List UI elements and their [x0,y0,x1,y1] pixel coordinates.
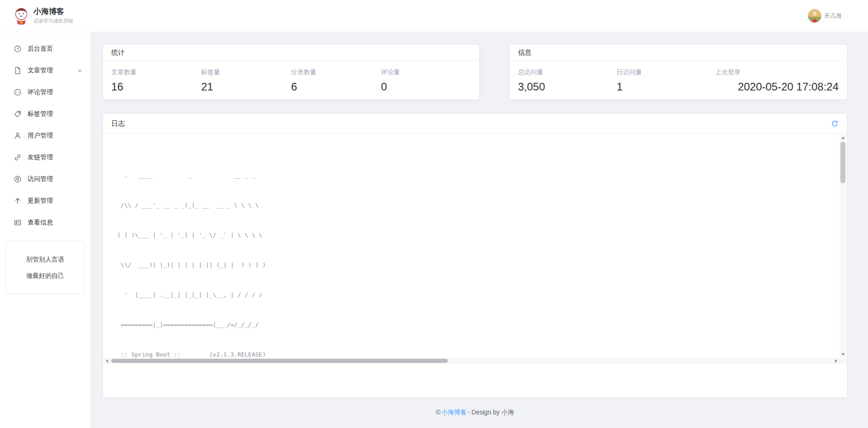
vertical-scrollbar[interactable] [840,134,846,358]
copyright-symbol: © [436,409,440,416]
sidebar-item-label: 评论管理 [28,88,82,96]
id-card-icon [14,219,22,227]
sidebar-item-label: 后台首页 [28,45,82,53]
site-brand[interactable]: 小海博客 记录学习成长历程 [14,7,73,25]
sidebar-item-label: 标签管理 [28,110,82,118]
stat-label: 分类数量 [291,68,381,76]
vertical-scrollbar-thumb[interactable] [840,142,845,183]
sidebar-item-users[interactable]: 用户管理 [0,125,90,147]
info-last-login: 上次登录 2020-05-20 17:08:24 [715,68,839,93]
info-card-title: 信息 [518,48,531,57]
sidebar-item-visits[interactable]: 访问管理 [0,168,90,190]
site-logo [14,7,29,25]
stat-tags: 标签量 21 [201,68,291,93]
stat-value: 16 [111,81,201,93]
site-subtitle: 记录学习成长历程 [33,18,73,24]
stats-card-title: 统计 [111,48,125,57]
scroll-right-arrow[interactable] [833,358,840,364]
info-daily-visits: 日访问量 1 [617,68,715,93]
sidebar-item-view-info[interactable]: 查看信息 [0,212,90,233]
sidebar-item-comments[interactable]: 评论管理 [0,81,90,103]
arrow-up-icon [14,197,22,205]
page-footer: ©小海博客- Design by 小海 [103,409,847,417]
log-card-title: 日志 [111,119,125,128]
sidebar-item-label: 文章管理 [28,67,77,75]
log-banner-line: /\\ / ___'_ __ _ _(_)_ __ __ _ \ \ \ \ [117,200,827,210]
stat-label: 标签量 [201,68,291,76]
user-icon [14,132,22,140]
stat-value: 1 [617,81,715,93]
stat-articles: 文章数量 16 [111,68,201,93]
scrollbar-corner [840,358,846,364]
log-banner-line: \\/ ___)| |_)| | | | | || (_| | ) ) ) ) [117,260,827,270]
horizontal-scrollbar[interactable] [104,358,840,364]
stat-label: 总访问量 [518,68,617,76]
site-title: 小海博客 [33,7,73,16]
dashboard-icon [14,45,22,53]
main-content: 统计 文章数量 16 标签量 21 分类数量 6 [90,32,868,428]
info-total-visits: 总访问量 3,050 [518,68,617,93]
log-banner-line: ' |____| .__|_| |_|_| |_\__, | / / / / [117,290,827,300]
sidebar-item-dashboard[interactable]: 后台首页 [0,38,90,60]
log-card: 日志 . ____ _ __ _ _ /\\ / ___'_ __ _ _(_)… [103,114,847,398]
scroll-left-arrow[interactable] [104,358,110,364]
document-icon [14,67,22,75]
stat-label: 文章数量 [111,68,201,76]
info-card: 信息 总访问量 3,050 日访问量 1 上次登录 2020-05-20 17:… [509,44,847,100]
sidebar-item-label: 查看信息 [28,219,82,227]
motto-line-1: 别管别人言语 [6,251,84,267]
stat-value: 21 [201,81,291,93]
log-viewport: . ____ _ __ _ _ /\\ / ___'_ __ _ _(_)_ _… [104,134,846,364]
stat-value: 0 [381,81,471,93]
compass-icon [14,175,22,183]
sidebar-item-articles[interactable]: 文章管理 [0,60,90,81]
log-banner-line: . ____ _ __ _ _ [117,171,827,181]
footer-suffix: - Design by 小海 [468,409,514,416]
log-banner-line: =========|_|==============|___/=/_/_/_/ [117,320,827,330]
stat-value: 3,050 [518,81,617,93]
log-content: . ____ _ __ _ _ /\\ / ___'_ __ _ _(_)_ _… [104,134,827,364]
username: 禾几海 [824,12,842,20]
log-banner-line: ( ( )\___ | '_ | '_| | '_ \/ _` | \ \ \ … [117,230,827,240]
scroll-up-arrow[interactable] [840,134,846,141]
stat-value: 6 [291,81,381,93]
stat-comments: 评论量 0 [381,68,471,93]
avatar [808,9,821,23]
comment-icon [14,88,22,96]
user-menu[interactable]: 禾几海 [808,9,842,23]
sidebar-item-tags[interactable]: 标签管理 [0,103,90,125]
stats-card: 统计 文章数量 16 标签量 21 分类数量 6 [103,44,479,100]
refresh-icon[interactable] [830,119,840,128]
sidebar-item-label: 访问管理 [28,175,82,183]
stat-label: 上次登录 [715,68,839,76]
stat-label: 日访问量 [617,68,715,76]
horizontal-scrollbar-thumb[interactable] [111,359,448,363]
footer-blog-link[interactable]: 小海博客 [441,409,467,416]
top-bar: 小海博客 记录学习成长历程 禾几海 [0,0,868,32]
sidebar-item-label: 用户管理 [28,132,82,140]
sidebar-item-label: 友链管理 [28,153,82,162]
stat-value: 2020-05-20 17:08:24 [715,81,839,93]
link-icon [14,153,22,162]
chevron-down-icon [77,68,82,73]
sidebar-item-update[interactable]: 更新管理 [0,190,90,212]
sidebar: 后台首页 文章管理 [0,32,90,428]
motto-line-2: 做最好的自己 [6,267,84,284]
sidebar-item-label: 更新管理 [28,197,82,205]
scroll-down-arrow[interactable] [840,351,846,358]
sidebar-motto: 别管别人言语 做最好的自己 [6,241,85,294]
stat-label: 评论量 [381,68,471,76]
tag-icon [14,110,22,118]
stat-categories: 分类数量 6 [291,68,381,93]
sidebar-item-links[interactable]: 友链管理 [0,147,90,168]
